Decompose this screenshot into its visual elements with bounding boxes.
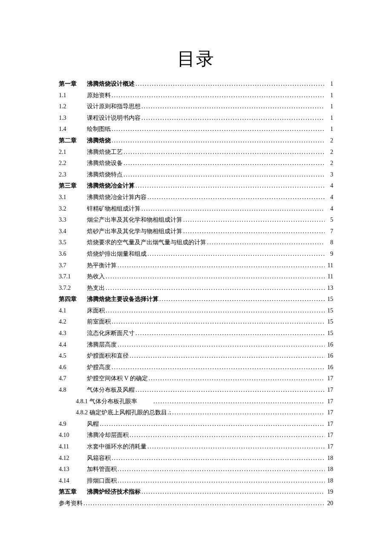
toc-entry-page: 2 xyxy=(326,158,333,169)
toc-entry-number: 3.6 xyxy=(59,249,87,260)
toc-entry-number: 3.4 xyxy=(59,226,87,237)
toc-entry-text: 沸腾焙烧 xyxy=(87,135,111,147)
toc-entry-page: 2 xyxy=(326,135,333,147)
toc-entry-page: 1 xyxy=(326,78,333,90)
toc-entry-page: 18 xyxy=(326,475,333,487)
toc-entry-number: 4.8 xyxy=(59,384,87,396)
toc-entry: 4.5炉膛面积和直径16 xyxy=(59,350,333,362)
toc-entry-number: 3.1 xyxy=(59,192,87,203)
toc-entry-page: 15 xyxy=(326,305,333,317)
toc-entry-page: 19 xyxy=(326,486,333,498)
toc-entry-page: 18 xyxy=(326,464,333,475)
toc-entry-text: 沸腾层高度 xyxy=(87,339,117,351)
toc-entry-text: 前室面积 xyxy=(87,316,111,328)
toc-entry-page: 15 xyxy=(326,316,333,328)
toc-entry-text: 焙砂产出率及其化学与物相组成计算 xyxy=(87,226,182,237)
toc-entry-page: 13 xyxy=(326,283,333,294)
toc-entry-page: 20 xyxy=(326,498,333,509)
toc-entry-text: 沸腾焙烧主要设备选择计算 xyxy=(87,294,159,305)
page-title: 目录 xyxy=(59,47,333,71)
toc-entry: 3.5焙烧要求的空气量及产出烟气量与组成的计算8 xyxy=(59,237,333,249)
toc-entry-text: 焙烧要求的空气量及产出烟气量与组成的计算 xyxy=(87,237,206,249)
toc-entry-number: 第一章 xyxy=(59,78,87,90)
toc-entry-number: 2.2 xyxy=(59,158,87,169)
toc-entry-text: 炉膛空间体积 V 的确定 xyxy=(87,373,148,384)
toc-entry: 4.2前室面积15 xyxy=(59,316,333,328)
toc-entry: 1.3课程设计说明书内容1 xyxy=(59,113,333,124)
toc-entry-text: 课程设计说明书内容 xyxy=(87,113,141,124)
toc-entry-number: 4.8.2 确定炉底上风帽孔眼的总数目： xyxy=(59,407,153,419)
toc-leader-dots xyxy=(147,192,325,203)
toc-entry-number: 4.5 xyxy=(59,350,87,362)
toc-entry: 4.11水套中循环水的消耗量17 xyxy=(59,441,333,453)
toc-entry-number: 第五章 xyxy=(59,486,87,498)
toc-entry-text: 气体分布板及风帽 xyxy=(87,384,135,396)
toc-entry-text: 床面积 xyxy=(87,305,105,317)
toc-entry-page: 17 xyxy=(326,441,333,453)
toc-leader-dots xyxy=(112,90,325,101)
toc-entry-number: 1.1 xyxy=(59,90,87,101)
toc-entry-page: 17 xyxy=(326,419,333,430)
toc-entry: 3.1沸腾焙烧冶金计算内容4 xyxy=(59,192,333,203)
toc-entry: 4.6炉膛高度16 xyxy=(59,362,333,373)
toc-entry: 4.8.1 气体分布板孔眼率17 xyxy=(59,396,333,408)
toc-entry: 第三章沸腾焙烧冶金计算4 xyxy=(59,180,333,192)
toc-leader-dots xyxy=(141,101,325,113)
toc-entry-number: 第四章 xyxy=(59,294,87,305)
toc-entry-text: 流态化床断面尺寸 xyxy=(87,328,135,339)
toc-entry-number: 4.8.1 气体分布板孔眼率 xyxy=(59,396,153,408)
toc-entry-page: 17 xyxy=(326,430,333,441)
toc-entry-page: 11 xyxy=(326,260,333,272)
toc-entry-text: 沸腾焙烧设备 xyxy=(87,158,123,169)
toc-entry-page: 9 xyxy=(326,249,333,260)
toc-entry-page: 16 xyxy=(326,339,333,351)
toc-entry-page: 11 xyxy=(326,271,333,283)
toc-entry-text: 沸腾焙烧工艺 xyxy=(87,147,123,158)
toc-entry-page: 7 xyxy=(326,226,333,237)
toc-entry-text: 沸腾炉经济技术指标 xyxy=(87,486,141,498)
toc-entry: 4.13加料管面积18 xyxy=(59,464,333,475)
toc-entry-text: 排烟口面积 xyxy=(87,475,117,487)
toc-entry-text: 焙烧炉排出烟量和组成 xyxy=(87,249,147,260)
toc-leader-dots xyxy=(153,396,325,408)
toc-entry-number: 4.2 xyxy=(59,316,87,328)
toc-entry: 参考资料20 xyxy=(59,498,333,509)
toc-entry-number: 第三章 xyxy=(59,180,87,192)
toc-leader-dots xyxy=(118,475,325,487)
toc-entry-page: 17 xyxy=(326,373,333,384)
toc-entry-number: 4.7 xyxy=(59,373,87,384)
toc-entry-page: 15 xyxy=(326,294,333,305)
toc-entry-number: 1.2 xyxy=(59,101,87,113)
toc-entry-number: 4.13 xyxy=(59,464,87,475)
toc-entry: 3.6焙烧炉排出烟量和组成9 xyxy=(59,249,333,260)
table-of-contents: 第一章沸腾焙烧设计概述11.1原始资料11.2设计原则和指导思想11.3课程设计… xyxy=(59,78,333,509)
toc-entry-text: 沸腾焙烧冶金计算内容 xyxy=(87,192,147,203)
toc-leader-dots xyxy=(207,237,325,249)
toc-leader-dots xyxy=(153,407,325,419)
toc-entry-text: 设计原则和指导思想 xyxy=(87,101,141,113)
toc-entry-page: 1 xyxy=(326,90,333,101)
toc-leader-dots xyxy=(147,249,325,260)
toc-entry-number: 4.1 xyxy=(59,305,87,317)
toc-leader-dots xyxy=(106,305,325,317)
toc-entry-page: 4 xyxy=(326,203,333,215)
toc-entry: 4.14排烟口面积18 xyxy=(59,475,333,487)
toc-entry: 4.9风帽17 xyxy=(59,419,333,430)
toc-entry: 3.7.2热支出13 xyxy=(59,283,333,294)
toc-entry: 4.7炉膛空间体积 V 的确定17 xyxy=(59,373,333,384)
toc-entry-text: 沸腾焙烧冶金计算 xyxy=(87,180,135,192)
toc-entry-number: 3.7.2 xyxy=(59,283,87,294)
toc-leader-dots xyxy=(141,203,325,215)
toc-leader-dots xyxy=(124,169,325,181)
toc-leader-dots xyxy=(130,350,325,362)
toc-entry: 4.12风箱容积18 xyxy=(59,453,333,464)
toc-entry: 4.10沸腾冷却层面积17 xyxy=(59,430,333,441)
toc-entry-page: 16 xyxy=(326,362,333,373)
toc-entry-page: 17 xyxy=(326,407,333,419)
toc-leader-dots xyxy=(149,373,325,384)
toc-entry-text: 绘制图纸 xyxy=(87,124,111,135)
toc-entry-number: 3.7.1 xyxy=(59,271,87,283)
toc-entry-text: 热平衡计算 xyxy=(87,260,117,272)
toc-entry: 第四章沸腾焙烧主要设备选择计算15 xyxy=(59,294,333,305)
toc-entry-page: 5 xyxy=(326,214,333,226)
